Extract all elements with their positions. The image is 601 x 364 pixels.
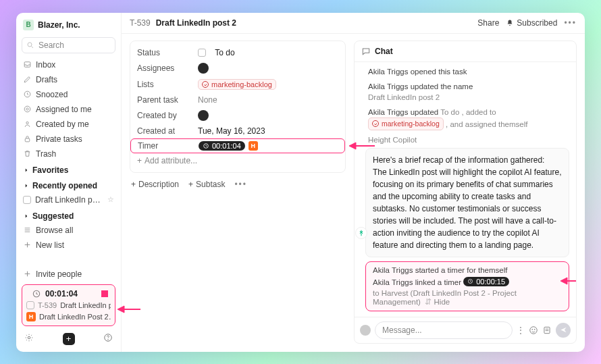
plus-icon: + [131,180,136,189]
section-label: Suggested [32,211,74,221]
timer-task-link[interactable]: T-539 Draft LinkedIn pos [26,301,111,309]
add-subtask-button[interactable]: +Subtask [188,180,225,189]
section-recently-opened[interactable]: Recently opened [19,177,118,192]
browse-all[interactable]: Browse all [19,223,118,238]
org-name: Blazer, Inc. [38,20,80,30]
chat-title: Chat [375,47,393,56]
person-icon [23,120,32,128]
chat-icon [361,47,371,56]
task-id: T-539 [130,18,151,28]
chat-more-button[interactable]: ⋮ [517,326,525,335]
nav-label: Inbox [36,60,55,70]
target-icon [23,105,32,113]
activity-event: Akila Triggs updated the name Draft Link… [368,81,569,103]
star-icon[interactable]: ☆ [107,195,114,204]
svg-rect-20 [544,327,550,333]
nav-snoozed[interactable]: Snoozed [19,87,118,102]
section-favorites[interactable]: Favorites [19,161,118,177]
action-label: Description [138,180,179,189]
timer-harvest-link[interactable]: H Draft LinkedIn Post 2… [26,312,111,321]
new-list[interactable]: New list [19,238,118,253]
message-input[interactable]: Message... [375,321,513,339]
svg-point-0 [28,43,32,47]
list-icon [23,226,32,234]
chevron-right-icon [23,182,30,189]
clock-icon [32,289,41,298]
pencil-icon [23,75,32,84]
checkbox-icon [26,301,34,309]
task-title: Draft LinkedIn post 2 [156,18,236,28]
svg-point-18 [532,329,533,330]
nav-private-tasks[interactable]: Private tasks [19,132,118,147]
nav-trash[interactable]: Trash [19,147,118,161]
lock-icon [23,134,32,143]
attr-assignees[interactable]: Assignees [130,60,345,76]
attr-timer[interactable]: Timer 00:01:04 H [130,138,345,153]
search-input[interactable]: Search [22,37,115,53]
stop-button[interactable] [101,290,108,297]
message-placeholder: Message... [382,326,422,335]
search-placeholder: Search [38,41,64,50]
nav-inbox[interactable]: Inbox [19,57,118,72]
more-button[interactable]: ••• [564,18,577,28]
add-description-button[interactable]: +Description [131,180,179,189]
clock-icon [23,90,32,99]
svg-point-10 [28,336,30,339]
copilot-message: Here's a brief recap of the information … [365,148,569,257]
more-actions-button[interactable]: ••• [234,180,247,189]
activity-event: Akila Triggs opened this task [368,66,569,77]
svg-rect-2 [24,62,30,68]
attr-created-by[interactable]: Created by [130,107,345,124]
bell-icon [506,19,514,27]
attr-parent[interactable]: Parent task None [130,93,345,107]
nav-label: Drafts [36,75,57,84]
recent-task-item[interactable]: Draft LinkedIn post 2 ☆ [19,192,118,207]
hide-button[interactable]: Hide [434,298,450,306]
subscribe-button[interactable]: Subscribed [506,18,557,28]
arrow-annotation-icon [560,276,576,286]
attr-status[interactable]: Status To do [130,45,345,60]
chat-scroll[interactable]: Akila Triggs opened this task Akila Trig… [355,62,576,317]
timer-chip: 00:00:15 [463,277,509,286]
svg-point-12 [108,340,109,340]
plus-icon [23,240,32,249]
send-button[interactable] [556,323,571,338]
activity-line: Akila Triggs started a timer for themsel… [373,266,562,274]
attr-lists[interactable]: Lists marketing-backlog [130,76,345,93]
status-value: To do [215,48,234,57]
activity-line: Akila Triggs linked a timer 00:00:15 [373,277,562,286]
checkbox-icon [23,196,31,204]
timer-chip[interactable]: 00:01:04 [199,141,245,151]
nav-label: Invite people [36,269,82,279]
avatar [198,63,209,74]
clock-icon [203,142,209,149]
timer-display[interactable]: 00:01:04 [26,289,111,298]
gear-icon [24,333,34,342]
new-task-button[interactable]: + [63,333,75,345]
add-attribute-button[interactable]: + Add attribute... [130,153,345,168]
nav-created-by-me[interactable]: Created by me [19,117,118,132]
org-switcher[interactable]: B Blazer, Inc. [19,17,118,33]
nav-label: Private tasks [36,134,82,144]
action-label: Subtask [196,180,225,189]
help-button[interactable] [103,333,113,344]
chevron-right-icon [23,167,30,174]
emoji-button[interactable] [529,326,538,335]
created-at-value: Tue, May 16, 2023 [198,126,265,136]
nav-drafts[interactable]: Drafts [19,72,118,87]
attachment-button[interactable] [542,326,552,335]
share-button[interactable]: Share [477,18,499,28]
list-chip[interactable]: marketing-backlog [198,79,276,90]
nav-assigned-to-me[interactable]: Assigned to me [19,102,118,117]
attr-label: Assignees [137,63,194,73]
nav-label: Created by me [36,120,89,129]
settings-button[interactable] [24,333,34,344]
attr-created-at: Created at Tue, May 16, 2023 [130,124,345,138]
section-suggested[interactable]: Suggested [19,207,118,223]
svg-point-6 [26,122,28,124]
svg-rect-7 [25,138,30,142]
attr-label: Lists [137,80,194,89]
attr-label: Status [137,48,194,57]
parent-value: None [198,95,217,105]
invite-people[interactable]: Invite people [19,267,118,282]
